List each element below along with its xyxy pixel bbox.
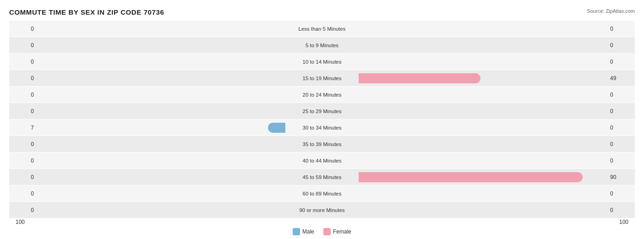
- right-value: 0: [607, 42, 635, 49]
- bar-row: 0 5 to 9 Minutes 0: [9, 37, 635, 53]
- bar-row: 0 45 to 59 Minutes 90: [9, 169, 635, 185]
- left-value: 0: [9, 26, 37, 32]
- bar-row: 0 25 to 29 Minutes 0: [9, 103, 635, 119]
- female-bar: [359, 172, 583, 182]
- bars-section: 25 to 29 Minutes: [37, 103, 607, 119]
- right-value: 0: [607, 59, 635, 65]
- female-bar-wrap: [359, 90, 607, 100]
- female-bar-wrap: [359, 205, 607, 215]
- axis-row: 100 100: [0, 219, 644, 225]
- male-bar-wrap: [37, 189, 285, 199]
- male-bar-wrap: [37, 24, 285, 34]
- male-bar-wrap: [37, 90, 285, 100]
- bottom-area: 100 100 Male Female: [0, 216, 644, 239]
- chart-area: 0 Less than 5 Minutes 0 0 5 to 9 Minutes…: [9, 21, 635, 201]
- left-value: 0: [9, 190, 37, 197]
- left-value: 0: [9, 207, 37, 213]
- bar-label: 5 to 9 Minutes: [285, 43, 359, 48]
- female-bar-wrap: [359, 123, 607, 133]
- male-bar-wrap: [37, 172, 285, 182]
- right-value: 0: [607, 92, 635, 98]
- source-label: Source: ZipAtlas.com: [587, 8, 635, 14]
- bar-label: 15 to 19 Minutes: [285, 76, 359, 81]
- male-bar-wrap: [37, 40, 285, 50]
- bars-section: Less than 5 Minutes: [37, 21, 607, 37]
- legend: Male Female: [0, 228, 644, 235]
- bar-row: 7 30 to 34 Minutes 0: [9, 120, 635, 136]
- left-value: 0: [9, 108, 37, 114]
- female-legend-box: [323, 228, 331, 235]
- male-bar-wrap: [37, 123, 285, 133]
- bar-row: 0 10 to 14 Minutes 0: [9, 54, 635, 70]
- legend-male: Male: [293, 228, 314, 235]
- bar-row: 0 15 to 19 Minutes 49: [9, 70, 635, 86]
- male-bar: [268, 123, 285, 133]
- bar-row: 0 90 or more Minutes 0: [9, 202, 635, 218]
- right-value: 0: [607, 190, 635, 197]
- bars-section: 40 to 44 Minutes: [37, 152, 607, 168]
- bar-row: 0 35 to 39 Minutes 0: [9, 136, 635, 152]
- left-value: 0: [9, 141, 37, 147]
- bar-row: 0 40 to 44 Minutes 0: [9, 152, 635, 168]
- male-bar-wrap: [37, 57, 285, 67]
- right-value: 90: [607, 174, 635, 180]
- right-value: 0: [607, 26, 635, 32]
- right-value: 0: [607, 158, 635, 164]
- bars-section: 30 to 34 Minutes: [37, 120, 607, 136]
- bars-section: 45 to 59 Minutes: [37, 169, 607, 185]
- female-bar-wrap: [359, 24, 607, 34]
- bar-label: 60 to 89 Minutes: [285, 191, 359, 196]
- bar-label: 10 to 14 Minutes: [285, 59, 359, 65]
- bar-label: 20 to 24 Minutes: [285, 92, 359, 98]
- bar-row: 0 60 to 89 Minutes 0: [9, 185, 635, 201]
- left-value: 0: [9, 42, 37, 49]
- left-value: 7: [9, 125, 37, 131]
- female-bar-wrap: [359, 73, 607, 83]
- left-value: 0: [9, 174, 37, 180]
- left-value: 0: [9, 75, 37, 81]
- bars-section: 60 to 89 Minutes: [37, 185, 607, 201]
- bar-row: 0 Less than 5 Minutes 0: [9, 21, 635, 37]
- bar-label: 30 to 34 Minutes: [285, 125, 359, 130]
- chart-container: COMMUTE TIME BY SEX IN ZIP CODE 70736 So…: [0, 0, 644, 239]
- bar-label: Less than 5 Minutes: [285, 26, 359, 32]
- female-bar-wrap: [359, 172, 607, 182]
- right-value: 0: [607, 141, 635, 147]
- right-value: 49: [607, 75, 635, 81]
- right-value: 0: [607, 207, 635, 213]
- bar-label: 35 to 39 Minutes: [285, 141, 359, 147]
- left-value: 0: [9, 158, 37, 164]
- female-legend-label: Female: [333, 228, 351, 235]
- female-bar-wrap: [359, 40, 607, 50]
- bar-label: 45 to 59 Minutes: [285, 174, 359, 180]
- bars-section: 20 to 24 Minutes: [37, 87, 607, 103]
- bars-section: 35 to 39 Minutes: [37, 136, 607, 152]
- bar-label: 25 to 29 Minutes: [285, 109, 359, 114]
- left-value: 0: [9, 92, 37, 98]
- female-bar-wrap: [359, 156, 607, 166]
- bar-label: 90 or more Minutes: [285, 207, 359, 213]
- right-value: 0: [607, 108, 635, 114]
- right-value: 0: [607, 125, 635, 131]
- male-bar-wrap: [37, 106, 285, 116]
- male-bar-wrap: [37, 73, 285, 83]
- bar-row: 0 20 to 24 Minutes 0: [9, 87, 635, 103]
- bars-section: 15 to 19 Minutes: [37, 70, 607, 86]
- female-bar-wrap: [359, 57, 607, 67]
- bar-label: 40 to 44 Minutes: [285, 158, 359, 163]
- female-bar-wrap: [359, 139, 607, 149]
- left-value: 0: [9, 59, 37, 65]
- bars-section: 5 to 9 Minutes: [37, 37, 607, 53]
- axis-right: 100: [617, 219, 644, 225]
- male-bar-wrap: [37, 205, 285, 215]
- female-bar-wrap: [359, 106, 607, 116]
- bars-section: 90 or more Minutes: [37, 202, 607, 218]
- male-bar-wrap: [37, 139, 285, 149]
- male-bar-wrap: [37, 156, 285, 166]
- bars-section: 10 to 14 Minutes: [37, 54, 607, 70]
- legend-female: Female: [323, 228, 351, 235]
- female-bar: [359, 73, 480, 83]
- axis-left: 100: [0, 219, 27, 225]
- male-legend-box: [293, 228, 300, 235]
- chart-title: COMMUTE TIME BY SEX IN ZIP CODE 70736: [9, 8, 635, 16]
